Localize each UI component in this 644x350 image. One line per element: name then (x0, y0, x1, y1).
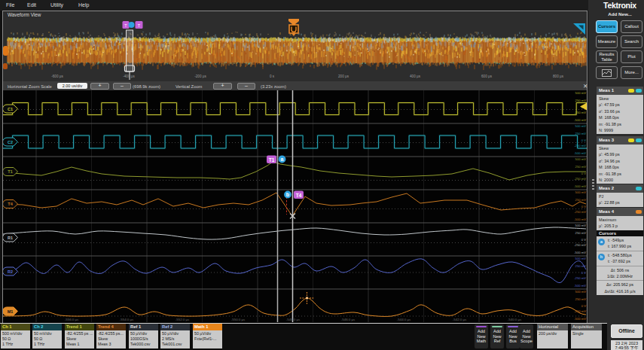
svg-text:C2: C2 (8, 140, 13, 145)
svg-text:0 V: 0 V (581, 238, 586, 242)
svg-text:500 mV: 500 mV (575, 124, 587, 128)
svg-text:0 V: 0 V (581, 271, 586, 275)
svg-text:-250 mV: -250 mV (574, 276, 586, 280)
svg-text:800 µs: 800 µs (553, 75, 564, 78)
svg-text:a: a (281, 157, 284, 162)
svg-text:500 mV: 500 mV (575, 257, 587, 260)
svg-text:-250 mV: -250 mV (574, 243, 586, 247)
svg-text:500 mV: 500 mV (575, 290, 587, 294)
svg-text:M1: M1 (8, 309, 14, 314)
svg-text:-500 mV: -500 mV (574, 317, 586, 321)
svg-text:250 mV: 250 mV (575, 264, 587, 268)
svg-text:500 mV: 500 mV (575, 190, 587, 194)
svg-text:-600 µs: -600 µs (51, 75, 63, 78)
svg-text:-250 mV: -250 mV (574, 144, 586, 148)
svg-text:0 s: 0 s (270, 75, 275, 78)
svg-text:-500 mV: -500 mV (574, 251, 586, 254)
svg-text:-546.0 µs: -546.0 µs (341, 318, 356, 321)
svg-text:-500 mV: -500 mV (574, 184, 586, 188)
svg-text:R1: R1 (8, 236, 13, 240)
svg-text:-500 mV: -500 mV (574, 284, 586, 288)
svg-text:-250 mV: -250 mV (574, 111, 586, 114)
svg-text:250 mV: 250 mV (575, 198, 587, 202)
svg-text:400 µs: 400 µs (410, 75, 421, 78)
svg-text:-552.0 µs: -552.0 µs (175, 318, 190, 321)
svg-text:500 mV: 500 mV (575, 91, 587, 95)
svg-text:b: b (286, 192, 289, 197)
svg-text:250 mV: 250 mV (575, 297, 587, 301)
svg-text:-250 mV: -250 mV (574, 177, 586, 181)
svg-text:0 V: 0 V (581, 138, 586, 142)
svg-text:0 V: 0 V (581, 172, 586, 175)
svg-text:-250 mV: -250 mV (574, 210, 586, 214)
svg-text:250 mV: 250 mV (575, 132, 587, 135)
svg-text:-554.0 µs: -554.0 µs (120, 318, 134, 321)
svg-text:T4: T4 (8, 202, 13, 206)
svg-text:T1: T1 (8, 169, 12, 174)
svg-text:0 V: 0 V (581, 304, 586, 308)
svg-text:-550.0 µs: -550.0 µs (231, 318, 246, 321)
svg-text:-250 mV: -250 mV (574, 309, 586, 313)
svg-text:R2: R2 (8, 269, 13, 274)
svg-text:C1: C1 (8, 107, 13, 111)
svg-text:600 µs: 600 µs (481, 75, 493, 78)
svg-text:T4: T4 (296, 193, 302, 198)
svg-text:-542.0 µs: -542.0 µs (453, 318, 467, 321)
svg-text:0 V: 0 V (581, 205, 586, 208)
svg-text:-548.0 µs: -548.0 µs (286, 318, 301, 321)
svg-text:250 mV: 250 mV (575, 99, 587, 102)
svg-text:-500 mV: -500 mV (574, 218, 586, 221)
svg-text:-500 mV: -500 mV (574, 151, 586, 155)
svg-text:500 mV: 500 mV (575, 224, 587, 227)
svg-text:200 µs: 200 µs (338, 75, 349, 78)
svg-text:-200 µs: -200 µs (194, 75, 206, 78)
svg-text:-500 mV: -500 mV (574, 118, 586, 122)
svg-text:250 mV: 250 mV (575, 231, 587, 235)
svg-text:-544.0 µs: -544.0 µs (397, 318, 411, 321)
svg-text:-556.0 µs: -556.0 µs (65, 318, 79, 321)
svg-text:250 mV: 250 mV (575, 165, 587, 169)
svg-text:T1: T1 (269, 157, 275, 163)
svg-text:-540.0 µs: -540.0 µs (508, 318, 522, 321)
svg-text:-400 µs: -400 µs (123, 75, 135, 78)
svg-text:500 mV: 500 mV (575, 157, 587, 161)
